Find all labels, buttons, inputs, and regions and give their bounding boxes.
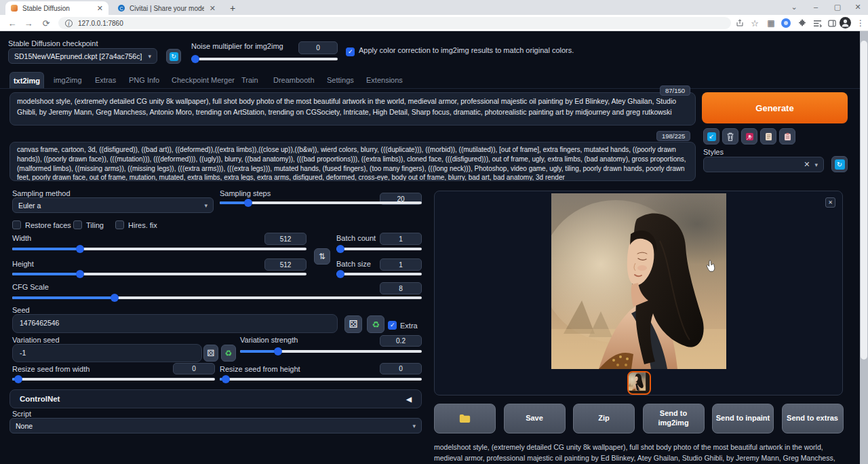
tab-checkpoint-merger[interactable]: Checkpoint Merger [172,76,235,84]
tab-txt2img[interactable]: txt2img [9,72,44,88]
chevron-down-icon: ▾ [148,53,151,60]
batch-size-slider[interactable] [336,273,422,275]
variation-strength-slider[interactable] [240,350,422,353]
batch-size-input[interactable]: 1 [380,258,422,271]
apply-style-button[interactable] [779,128,795,144]
variation-seed-input[interactable]: -1 [12,344,202,362]
negative-prompt-token-counter: 198/225 [656,131,690,141]
extra-seed-checkbox[interactable] [388,321,397,330]
height-slider[interactable] [12,273,307,275]
cfg-scale-input[interactable]: 8 [380,282,422,294]
browser-tab-civitai[interactable]: C Civitai | Share your models ✕ [113,1,221,15]
negative-prompt-textarea[interactable]: canvas frame, cartoon, 3d, ((disfigured)… [9,142,696,181]
extension-blue-icon[interactable] [781,18,791,28]
script-dropdown[interactable]: None ▾ [9,418,422,433]
new-tab-button[interactable]: + [226,2,239,14]
reading-list-icon[interactable] [811,17,823,29]
styles-dropdown[interactable]: ✕ ▾ [703,157,824,172]
clear-icon[interactable]: ✕ [804,160,810,169]
close-preview-button[interactable]: ✕ [825,197,835,208]
width-input[interactable]: 512 [264,233,307,245]
checkpoint-refresh-button[interactable]: ↻ [166,49,181,64]
sampling-steps-slider[interactable] [220,201,422,204]
extension-grid-icon[interactable]: ▦ [765,17,777,29]
reuse-variation-seed-button[interactable]: ♻ [221,345,236,362]
extensions-puzzle-icon[interactable] [796,17,808,29]
tab-dreambooth[interactable]: Dreambooth [273,76,315,84]
tab-close-icon[interactable]: ✕ [97,4,103,13]
bookmark-star-icon[interactable]: ☆ [749,17,761,29]
browser-tab-stable-diffusion[interactable]: Stable Diffusion ✕ [5,1,108,15]
tab-close-icon[interactable]: ✕ [210,4,216,13]
resize-seed-height-input[interactable]: 0 [380,363,422,374]
tab-settings[interactable]: Settings [327,76,354,84]
dice-icon: ⚄ [349,318,357,330]
zip-button[interactable]: Zip [573,404,635,433]
address-bar[interactable]: i 127.0.0.1:7860 [58,17,731,29]
window-chevron-icon[interactable]: ⌄ [785,1,803,13]
variation-strength-input[interactable]: 0.2 [380,335,422,347]
sampling-method-dropdown[interactable]: Euler a ▾ [12,197,214,213]
chevron-down-icon: ▾ [412,423,416,429]
extra-networks-button[interactable] [741,128,757,144]
checkpoint-dropdown[interactable]: SD15NewVAEpruned.ckpt [27a4ac756c] ▾ [8,48,157,64]
restore-faces-checkbox[interactable] [12,220,21,229]
reload-icon[interactable]: ⟳ [39,17,53,29]
batch-count-slider[interactable] [336,248,422,250]
random-variation-seed-button[interactable]: ⚄ [203,345,218,362]
send-to-inpaint-button[interactable]: Send to inpaint [712,404,774,433]
noise-multiplier-slider[interactable] [191,58,338,60]
styles-refresh-button[interactable]: ↻ [831,156,848,172]
site-info-icon[interactable]: i [65,20,73,27]
controlnet-accordion[interactable]: ControlNet ◀ [9,389,422,408]
notepad-icon [765,132,772,141]
tab-png-info[interactable]: PNG Info [129,76,159,84]
resize-seed-width-slider[interactable] [12,378,215,381]
resize-seed-height-slider[interactable] [220,378,422,381]
send-to-extras-button[interactable]: Send to extras [782,404,844,433]
save-style-button[interactable] [760,128,776,144]
window-maximize-button[interactable]: ▢ [829,1,846,13]
side-panel-icon[interactable] [826,17,838,29]
window-minimize-button[interactable]: – [807,1,825,13]
browser-tab-strip: Stable Diffusion ✕ C Civitai | Share you… [0,0,868,15]
cfg-scale-slider[interactable] [12,296,422,299]
sampling-steps-label: Sampling steps [220,189,271,197]
reuse-seed-button[interactable]: ♻ [367,315,384,333]
prompt-textarea[interactable]: modelshoot style, (extremely detailed CG… [9,92,696,125]
seed-input[interactable]: 1476462546 [12,314,338,333]
tiling-label: Tiling [86,221,104,229]
generate-button[interactable]: Generate [702,92,848,123]
paste-params-button[interactable]: ↙ [703,128,719,144]
sampling-method-label: Sampling method [12,189,71,197]
window-close-button[interactable]: ✕ [849,1,867,13]
swap-dimensions-button[interactable]: ⇅ [314,248,330,265]
back-icon[interactable]: ← [5,17,19,29]
cfg-scale-label: CFG Scale [12,283,49,291]
scrollbar-thumb[interactable] [861,41,867,360]
tab-extensions[interactable]: Extensions [366,76,403,84]
send-to-img2img-button[interactable]: Send to img2img [643,404,705,433]
tab-img2img[interactable]: img2img [54,76,82,84]
save-button[interactable]: Save [504,404,566,433]
forward-icon[interactable]: → [22,17,35,29]
resize-seed-width-input[interactable]: 0 [173,363,215,374]
share-icon[interactable] [734,17,746,29]
tiling-checkbox[interactable] [73,220,82,229]
generated-image[interactable] [551,193,726,369]
open-folder-button[interactable] [434,404,496,433]
batch-count-input[interactable]: 1 [380,233,422,245]
tab-train[interactable]: Train [241,76,258,84]
stable-diffusion-webui: Stable Diffusion ✕ C Civitai | Share you… [0,0,868,464]
clear-prompt-button[interactable] [722,128,738,144]
random-seed-button[interactable]: ⚄ [344,315,362,333]
profile-avatar[interactable] [840,17,851,28]
gallery-thumbnail[interactable] [627,371,651,395]
browser-menu-icon[interactable]: ⋮ [854,17,867,29]
height-input[interactable]: 512 [264,258,307,271]
tab-extras[interactable]: Extras [95,76,116,84]
hires-fix-checkbox[interactable] [115,220,124,229]
width-slider[interactable] [12,248,307,250]
noise-multiplier-input[interactable]: 0 [298,41,338,54]
color-correction-checkbox[interactable] [346,47,355,56]
